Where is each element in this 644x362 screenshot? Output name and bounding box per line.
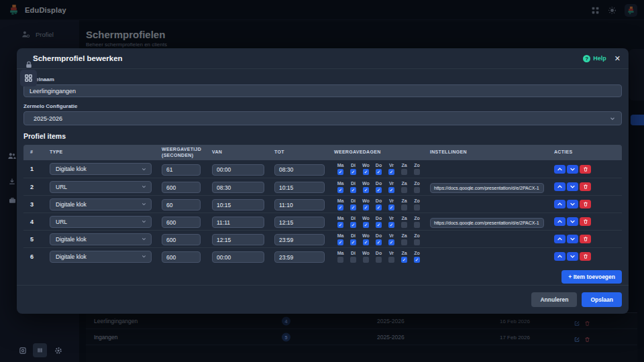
day-checkbox-za[interactable] <box>401 204 407 210</box>
item-type-select[interactable]: URL <box>50 181 152 193</box>
day-checkbox-wo[interactable]: ✓ <box>363 169 369 175</box>
day-checkbox-do[interactable] <box>376 257 382 263</box>
day-checkbox-vr[interactable]: ✓ <box>388 239 394 245</box>
briefcase-icon[interactable] <box>8 196 17 204</box>
day-checkbox-za[interactable] <box>401 239 407 245</box>
move-down-button[interactable] <box>567 182 578 191</box>
day-checkbox-wo[interactable]: ✓ <box>363 222 369 228</box>
day-checkbox-do[interactable]: ✓ <box>376 204 382 210</box>
day-checkbox-di[interactable] <box>350 257 356 263</box>
from-time-input[interactable] <box>212 251 264 263</box>
save-button[interactable]: Opslaan <box>582 292 622 307</box>
from-time-input[interactable] <box>212 182 264 193</box>
day-checkbox-vr[interactable] <box>388 257 394 263</box>
to-time-input[interactable] <box>274 251 325 263</box>
display-seconds-input[interactable] <box>162 234 201 245</box>
day-checkbox-zo[interactable]: ✓ <box>414 257 420 263</box>
lock-icon[interactable] <box>25 60 33 69</box>
to-time-input[interactable] <box>274 164 325 176</box>
day-checkbox-zo[interactable] <box>414 187 420 193</box>
delete-item-button[interactable] <box>580 252 591 261</box>
move-down-button[interactable] <box>567 252 578 261</box>
day-checkbox-do[interactable]: ✓ <box>376 169 382 175</box>
grid-nav-icon[interactable] <box>24 74 33 82</box>
day-checkbox-zo[interactable] <box>414 204 420 210</box>
day-checkbox-zo[interactable] <box>414 222 420 228</box>
from-time-input[interactable] <box>212 199 264 210</box>
to-time-input[interactable] <box>274 199 325 210</box>
move-down-button[interactable] <box>567 217 578 226</box>
display-seconds-input[interactable] <box>162 251 201 263</box>
item-type-select[interactable]: URL <box>50 216 152 228</box>
day-checkbox-di[interactable]: ✓ <box>350 239 356 245</box>
move-up-button[interactable] <box>554 200 566 208</box>
delete-item-button[interactable] <box>580 165 591 174</box>
to-time-input[interactable] <box>274 234 325 245</box>
day-checkbox-ma[interactable]: ✓ <box>337 222 343 228</box>
day-checkbox-ma[interactable]: ✓ <box>337 204 343 210</box>
day-checkbox-vr[interactable]: ✓ <box>388 169 394 175</box>
settings-url-input[interactable] <box>430 218 544 228</box>
settings-box-icon[interactable] <box>19 347 27 355</box>
users-icon[interactable] <box>7 152 17 161</box>
delete-item-button[interactable] <box>580 217 591 226</box>
move-up-button[interactable] <box>554 252 566 261</box>
move-down-button[interactable] <box>567 200 578 208</box>
cancel-button[interactable]: Annuleren <box>531 292 577 307</box>
day-checkbox-vr[interactable]: ✓ <box>388 222 394 228</box>
day-checkbox-di[interactable]: ✓ <box>350 187 356 193</box>
day-checkbox-di[interactable]: ✓ <box>350 169 356 175</box>
add-item-button[interactable]: + Item toevoegen <box>561 270 622 284</box>
from-time-input[interactable] <box>212 217 264 228</box>
zermelo-config-select[interactable]: 2025-2026 <box>23 111 622 125</box>
day-checkbox-ma[interactable]: ✓ <box>337 239 343 245</box>
day-checkbox-do[interactable]: ✓ <box>376 239 382 245</box>
settings-url-input[interactable] <box>430 183 544 193</box>
day-checkbox-za[interactable] <box>401 187 407 193</box>
download-icon[interactable] <box>8 177 16 186</box>
item-type-select[interactable]: Digitale klok <box>50 163 152 175</box>
delete-item-button[interactable] <box>580 182 591 191</box>
display-seconds-input[interactable] <box>162 164 201 176</box>
day-checkbox-za[interactable] <box>401 169 407 175</box>
day-checkbox-wo[interactable]: ✓ <box>363 204 369 210</box>
day-checkbox-ma[interactable]: ✓ <box>337 187 343 193</box>
from-time-input[interactable] <box>212 234 264 245</box>
gear-icon[interactable] <box>54 347 62 355</box>
day-checkbox-zo[interactable] <box>414 239 420 245</box>
close-icon[interactable]: ✕ <box>614 54 621 63</box>
day-checkbox-wo[interactable]: ✓ <box>363 239 369 245</box>
item-type-select[interactable]: Digitale klok <box>50 198 152 210</box>
profile-name-input[interactable] <box>23 84 622 97</box>
item-type-select[interactable]: Digitale klok <box>50 251 152 263</box>
move-up-button[interactable] <box>554 235 566 243</box>
move-up-button[interactable] <box>554 217 566 226</box>
day-checkbox-zo[interactable] <box>414 169 420 175</box>
day-checkbox-di[interactable]: ✓ <box>350 222 356 228</box>
to-time-input[interactable] <box>274 217 325 228</box>
help-link[interactable]: ? Help <box>583 55 606 62</box>
day-checkbox-vr[interactable]: ✓ <box>388 187 394 193</box>
to-time-input[interactable] <box>274 182 325 193</box>
item-type-select[interactable]: Digitale klok <box>50 233 152 245</box>
display-seconds-input[interactable] <box>162 199 201 210</box>
day-checkbox-za[interactable]: ✓ <box>401 257 407 263</box>
day-checkbox-ma[interactable] <box>337 257 343 263</box>
day-checkbox-wo[interactable] <box>363 257 369 263</box>
day-checkbox-vr[interactable]: ✓ <box>388 204 394 210</box>
delete-item-button[interactable] <box>580 235 591 243</box>
move-up-button[interactable] <box>554 165 566 174</box>
day-checkbox-do[interactable]: ✓ <box>376 222 382 228</box>
day-checkbox-do[interactable]: ✓ <box>376 187 382 193</box>
display-seconds-input[interactable] <box>162 182 201 193</box>
day-checkbox-ma[interactable]: ✓ <box>337 169 343 175</box>
from-time-input[interactable] <box>212 164 264 176</box>
columns-toggle[interactable] <box>33 343 47 357</box>
move-down-button[interactable] <box>567 165 578 174</box>
move-up-button[interactable] <box>554 182 566 191</box>
day-checkbox-wo[interactable]: ✓ <box>363 187 369 193</box>
day-checkbox-za[interactable] <box>401 222 407 228</box>
display-seconds-input[interactable] <box>162 217 201 228</box>
move-down-button[interactable] <box>567 235 578 243</box>
delete-item-button[interactable] <box>580 200 591 208</box>
